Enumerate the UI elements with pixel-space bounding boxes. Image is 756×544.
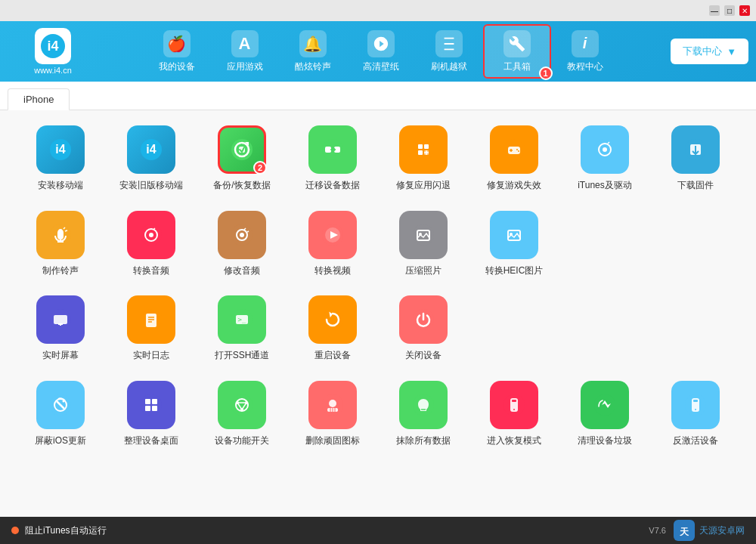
tool-shutdown[interactable]: 关闭设备 [386, 295, 461, 362]
app-games-icon: A [231, 30, 259, 57]
erase-all-label: 抹除所有数据 [396, 435, 451, 447]
main-content: i4 安装移动端 i4 安装旧版移动端 [0, 110, 756, 517]
tool-convert-heic[interactable]: 转换HEIC图片 [476, 211, 552, 277]
recovery-mode-svg [500, 391, 528, 419]
ssh-tunnel-icon: >_ [218, 295, 266, 344]
tool-organize-desktop[interactable]: 整理设备桌面 [113, 381, 189, 447]
organize-desktop-label: 整理设备桌面 [124, 435, 178, 447]
tool-reboot[interactable]: 重启设备 [295, 295, 370, 362]
tool-fix-game[interactable]: 修复游戏失效 [476, 125, 552, 192]
tool-screen-mirror[interactable]: 实时屏幕 [23, 295, 98, 362]
nav-item-wallpaper[interactable]: 高清壁纸 [347, 24, 415, 79]
tool-migrate-data[interactable]: 迁移设备数据 [295, 125, 370, 192]
nav-item-tutorial[interactable]: i 教程中心 [551, 24, 619, 79]
device-switch-label: 设备功能开关 [215, 435, 269, 447]
svg-rect-102 [693, 400, 698, 402]
svg-point-67 [322, 309, 343, 330]
svg-rect-15 [424, 144, 429, 149]
tool-firmware[interactable]: 下载固件 [658, 125, 733, 192]
svg-point-25 [518, 150, 519, 152]
nav-item-ringtones[interactable]: 🔔 酷炫铃声 [279, 24, 347, 79]
install-app-label: 安装移动端 [38, 180, 83, 192]
reboot-svg [319, 306, 346, 333]
install-old-svg: i4 [138, 136, 165, 163]
watermark-logo: 天 [674, 520, 695, 541]
tool-backup-restore[interactable]: 2 备份/恢复数据 [204, 125, 280, 192]
deactivate-svg [682, 391, 709, 419]
erase-all-icon [399, 381, 448, 429]
svg-point-79 [231, 394, 253, 416]
svg-rect-97 [512, 400, 516, 402]
organize-desktop-svg [138, 391, 165, 419]
erase-all-svg [410, 391, 437, 419]
svg-point-52 [503, 224, 525, 246]
ssh-tunnel-label: 打开SSH通道 [215, 350, 270, 362]
header: i4 www.i4.cn 🍎 我的设备 A 应用游戏 🔔 酷炫铃声 高清壁纸 [0, 21, 756, 82]
reboot-icon [308, 295, 357, 344]
nav-item-app-games[interactable]: A 应用游戏 [211, 24, 279, 79]
maximize-button[interactable]: □ [724, 5, 735, 16]
tool-realtime-log[interactable]: 实时日志 [113, 295, 189, 362]
wallpaper-icon [367, 30, 395, 57]
download-center-button[interactable]: 下载中心 ▼ [671, 39, 748, 64]
modify-audio-icon [218, 211, 266, 259]
convert-heic-icon [490, 211, 538, 259]
tool-delete-stubborn[interactable]: 删除顽固图标 [295, 381, 370, 447]
tool-convert-video[interactable]: 转换视频 [295, 211, 370, 277]
status-dot [11, 527, 19, 534]
tool-clean-junk[interactable]: 清理设备垃圾 [567, 381, 643, 447]
itunes-driver-svg [591, 136, 618, 163]
nav-label-wallpaper: 高清壁纸 [363, 60, 399, 73]
tool-fix-app[interactable]: 修复应用闪退 [386, 125, 461, 192]
screen-mirror-label: 实时屏幕 [42, 350, 79, 362]
tool-erase-all[interactable]: 抹除所有数据 [386, 381, 461, 447]
tool-recovery-mode[interactable]: 进入恢复模式 [476, 381, 552, 447]
tab-iphone[interactable]: iPhone [8, 88, 70, 110]
tool-itunes-driver[interactable]: iTunes及驱动 [567, 125, 643, 192]
backup-restore-badge: 2 [253, 161, 267, 175]
device-switch-svg [228, 391, 256, 419]
reboot-label: 重启设备 [314, 350, 351, 362]
organize-desktop-icon [127, 381, 175, 429]
deactivate-icon [671, 381, 720, 429]
tool-block-ios-update[interactable]: 屏蔽iOS更新 [23, 381, 98, 447]
svg-rect-60 [146, 314, 156, 327]
clean-junk-label: 清理设备垃圾 [578, 435, 632, 447]
close-button[interactable]: ✕ [739, 5, 750, 16]
tool-device-switch[interactable]: 设备功能开关 [204, 381, 280, 447]
nav-label-jailbreak: 刷机越狱 [431, 60, 467, 73]
migrate-data-icon [308, 125, 357, 174]
fix-game-label: 修复游戏失效 [487, 180, 541, 192]
svg-rect-14 [418, 144, 423, 149]
minimize-button[interactable]: — [709, 5, 720, 16]
svg-line-45 [247, 231, 249, 232]
nav-item-jailbreak[interactable]: 刷机越狱 [415, 24, 483, 79]
nav-item-toolbox[interactable]: 工具箱 1 [483, 24, 551, 79]
tabbar: iPhone [0, 82, 756, 110]
download-label: 下载中心 [683, 45, 722, 58]
migrate-data-svg [319, 136, 346, 163]
backup-restore-svg [228, 136, 256, 163]
tool-convert-audio[interactable]: 转换音频 [113, 211, 189, 277]
convert-video-label: 转换视频 [314, 265, 351, 277]
install-old-icon: i4 [127, 125, 175, 174]
backup-restore-label: 备份/恢复数据 [213, 180, 270, 192]
tool-install-old[interactable]: i4 安装旧版移动端 [113, 125, 189, 192]
tool-install-app[interactable]: i4 安装移动端 [23, 125, 98, 192]
firmware-svg [682, 136, 709, 163]
fix-game-icon [490, 125, 538, 174]
tool-ssh-tunnel[interactable]: >_ 打开SSH通道 [204, 295, 280, 362]
migrate-data-label: 迁移设备数据 [305, 180, 360, 192]
nav-label-my-device: 我的设备 [159, 60, 195, 73]
watermark-text: 天源安卓网 [699, 524, 745, 537]
svg-point-13 [413, 139, 434, 160]
device-switch-icon [218, 381, 266, 429]
tool-modify-audio[interactable]: 修改音频 [204, 211, 280, 277]
modify-audio-label: 修改音频 [224, 265, 260, 277]
tool-make-ringtone[interactable]: 制作铃声 [23, 211, 98, 277]
install-app-icon: i4 [36, 125, 85, 174]
nav-label-ringtones: 酷炫铃声 [295, 60, 331, 73]
tool-compress-photo[interactable]: 压缩照片 [386, 211, 461, 277]
nav-item-my-device[interactable]: 🍎 我的设备 [143, 24, 211, 79]
tool-deactivate[interactable]: 反激活设备 [658, 381, 733, 447]
